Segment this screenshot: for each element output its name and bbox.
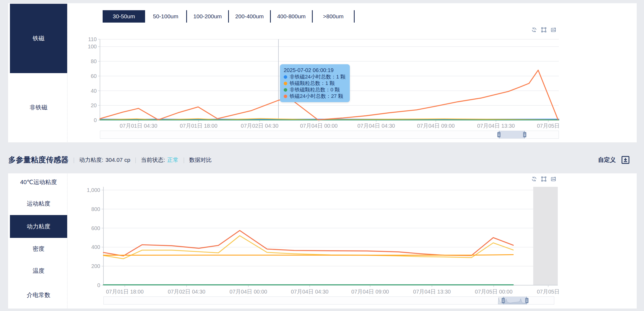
sidebar-item-4[interactable]: 温度	[10, 260, 67, 282]
sidebar-divider	[67, 174, 67, 308]
tab-divider	[354, 10, 355, 23]
tooltip-item-text: 非铁磁24小时总数：1 颗	[290, 74, 346, 80]
series-dot	[284, 75, 287, 79]
tab-50-100um[interactable]: 50-100um	[145, 10, 186, 23]
sidebar-divider	[67, 4, 67, 142]
datazoom-handle-left[interactable]	[497, 132, 501, 137]
y-axis-label: 200	[71, 263, 100, 270]
datazoom-window[interactable]	[499, 131, 525, 138]
tooltip-item-3: 铁磁24小时总数：27 颗	[284, 93, 346, 99]
tooltip-item-text: 铁磁24小时总数：27 颗	[290, 93, 343, 99]
chart-toolbox	[531, 176, 556, 182]
datazoom-slider[interactable]	[103, 296, 554, 305]
tooltip-item-text: 非铁磁颗粒总数：0 颗	[290, 87, 340, 93]
series-dot	[284, 95, 287, 98]
sidebar-item-3[interactable]: 密度	[10, 238, 67, 260]
sidebar-item-1[interactable]: 运动粘度	[10, 192, 67, 215]
tooltip-item-2: 非铁磁颗粒总数：0 颗	[284, 87, 346, 93]
tab->800um[interactable]: >800um	[313, 10, 354, 23]
y-axis-label: 100	[68, 43, 97, 50]
x-axis-label: 07月01日 18:00	[180, 123, 217, 129]
x-axis-label: 07月01日 18:00	[106, 288, 143, 295]
chart-tooltip: 2025-07-02 06:00:19 非铁磁24小时总数：1 颗铁磁颗粒总数：…	[280, 64, 350, 102]
box-select-icon[interactable]	[541, 176, 547, 182]
sidebar-item-0[interactable]: 40℃运动粘度	[10, 172, 67, 192]
x-axis-label: 07月04日 13:30	[477, 123, 515, 129]
tab-30-50um[interactable]: 30-50um	[103, 10, 145, 23]
sidebar-item-0[interactable]: 铁磁	[10, 4, 67, 73]
x-axis-label: 07月02日 04:30	[168, 288, 205, 295]
x-axis-label: 07月04日 13:30	[413, 288, 451, 295]
y-axis-label: 110	[68, 36, 97, 43]
tooltip-title: 2025-07-02 06:00:19	[284, 67, 346, 74]
datazoom-handle-right[interactable]	[525, 298, 528, 303]
x-axis-label: 07月05日	[537, 288, 560, 295]
series-dot	[284, 88, 287, 92]
tab-400-800um[interactable]: 400-800um	[271, 10, 312, 23]
y-axis-label: 80	[68, 58, 97, 65]
tooltip-item-0: 非铁磁24小时总数：1 颗	[284, 74, 346, 80]
sensor-monitor-dashboard: 多参量粘度传感器 | 动力粘度:304.07 cp | 当前状态:正常 | 数据…	[0, 0, 644, 311]
y-axis-label: 400	[71, 244, 100, 251]
y-axis-label: 800	[71, 206, 100, 213]
save-image-icon[interactable]	[551, 176, 556, 182]
datazoom-slider[interactable]	[100, 131, 559, 139]
x-axis-label: 07月04日 00:00	[300, 123, 338, 129]
save-image-icon[interactable]	[551, 27, 556, 33]
y-axis-label: 600	[71, 225, 100, 232]
x-axis-label: 07月01日 04:30	[120, 123, 157, 129]
y-axis-label: 0	[71, 282, 100, 289]
y-axis-label: 40	[68, 87, 97, 94]
sidebar-item-5[interactable]: 介电常数	[10, 282, 67, 308]
tab-200-400um[interactable]: 200-400um	[229, 10, 270, 23]
tab-100-200um[interactable]: 100-200um	[187, 10, 228, 23]
particle-size-tabs: 30-50um50-100um100-200um200-400um400-800…	[103, 10, 355, 23]
x-axis-label: 07月04日 04:30	[357, 123, 395, 129]
datazoom-handle-left[interactable]	[502, 298, 505, 303]
y-axis-label: 60	[68, 73, 97, 80]
x-axis-label: 07月04日 00:00	[229, 288, 267, 295]
box-select-icon[interactable]	[541, 27, 547, 33]
restore-icon[interactable]	[531, 27, 537, 33]
x-axis-label: 07月05日	[537, 123, 560, 129]
y-axis-label: 1,000	[71, 187, 100, 194]
tooltip-item-1: 铁磁颗粒总数：1 颗	[284, 80, 346, 87]
x-axis-label: 07月04日 04:30	[291, 288, 329, 295]
tooltip-item-text: 铁磁颗粒总数：1 颗	[290, 80, 335, 87]
x-axis-label: 07月04日 09:00	[417, 123, 455, 129]
sidebar-item-1[interactable]: 非铁磁	[10, 73, 67, 142]
x-axis-label: 07月02日 04:30	[241, 123, 278, 129]
y-axis-label: 0	[68, 117, 97, 124]
x-axis-label: 07月05日 00:00	[475, 288, 513, 295]
datazoom-handle-right[interactable]	[523, 132, 526, 137]
x-axis-label: 07月04日 09:00	[351, 288, 389, 295]
overlay-layer: 铁磁非铁磁 40℃运动粘度运动粘度动力粘度密度温度介电常数 30-50um50-…	[0, 0, 644, 311]
datazoom-window[interactable]	[503, 297, 527, 304]
y-axis-label: 20	[68, 102, 97, 109]
series-dot	[284, 82, 287, 85]
sidebar-item-2[interactable]: 动力粘度	[10, 215, 67, 238]
chart-toolbox	[531, 27, 556, 33]
tooltip-rows: 非铁磁24小时总数：1 颗铁磁颗粒总数：1 颗非铁磁颗粒总数：0 颗铁磁24小时…	[284, 74, 346, 99]
restore-icon[interactable]	[531, 176, 537, 182]
